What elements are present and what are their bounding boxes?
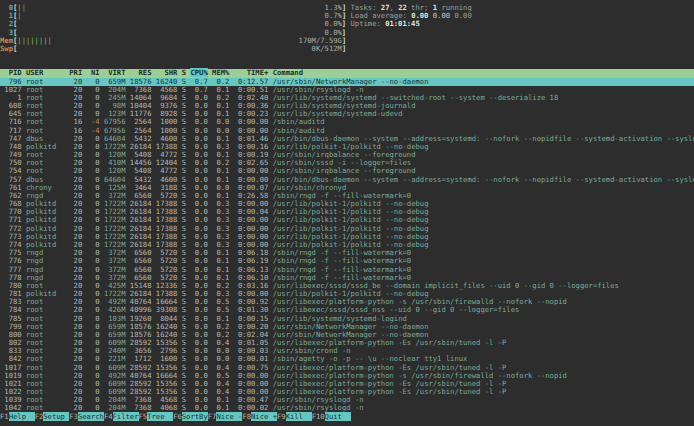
f5-key-label: Tree xyxy=(147,412,173,421)
f9-key-number: F9 xyxy=(277,412,286,421)
uptime: Uptime: 01:01:45 xyxy=(351,19,420,28)
fnkey-f9-kill[interactable]: F9Kill xyxy=(277,412,312,421)
f9-key-label: Kill xyxy=(286,412,312,421)
f6-key-number: F6 xyxy=(173,412,182,421)
htop-terminal: 0[|| 1.3%] Tasks: 27, 22 thr; 1 running … xyxy=(0,0,694,426)
fnkey-f1-help[interactable]: F1Help xyxy=(0,412,35,421)
f4-key-label: Filter xyxy=(113,412,139,421)
f3-key-label: Search xyxy=(78,412,104,421)
meter-area: 0[|| 1.3%] Tasks: 27, 22 thr; 1 running … xyxy=(0,4,694,53)
swap-meter-value: 0K/512M xyxy=(312,44,342,53)
f2-key-label: Setup xyxy=(43,412,69,421)
process-list: 796 root 20 0 659M 18576 16240 S 0.7 0.2… xyxy=(0,78,694,413)
fnkey-f10-quit[interactable]: F10Quit xyxy=(312,412,351,421)
function-key-bar: F1Help F2Setup F3SearchF4FilterF5Tree F6… xyxy=(0,413,694,421)
f6-key-label: SortBy xyxy=(182,412,208,421)
swap-meter: Swp[ 0K/512M] xyxy=(0,45,694,53)
f2-key-number: F2 xyxy=(35,412,44,421)
f3-key-number: F3 xyxy=(69,412,78,421)
f5-key-number: F5 xyxy=(139,412,148,421)
fnkey-f4-filter[interactable]: F4Filter xyxy=(104,412,139,421)
f8-key-number: F8 xyxy=(242,412,251,421)
fnkey-f8-nice[interactable]: F8Nice + xyxy=(242,412,277,421)
swap-meter-label: Swp xyxy=(0,44,13,53)
fnkey-f5-tree[interactable]: F5Tree xyxy=(139,412,174,421)
f8-key-label: Nice + xyxy=(251,412,277,421)
fnkey-f3-search[interactable]: F3Search xyxy=(69,412,104,421)
f4-key-number: F4 xyxy=(104,412,113,421)
f1-key-label: Help xyxy=(9,412,35,421)
spacer-line xyxy=(0,53,694,61)
f10-key-label: Quit xyxy=(325,412,351,421)
f1-key-number: F1 xyxy=(0,412,9,421)
fnkey-f7-nice[interactable]: F7Nice - xyxy=(208,412,243,421)
fnkey-f2-setup[interactable]: F2Setup xyxy=(35,412,70,421)
fnkey-f6-sortby[interactable]: F6SortBy xyxy=(173,412,208,421)
f7-key-label: Nice - xyxy=(216,412,242,421)
f10-key-number: F10 xyxy=(312,412,325,421)
